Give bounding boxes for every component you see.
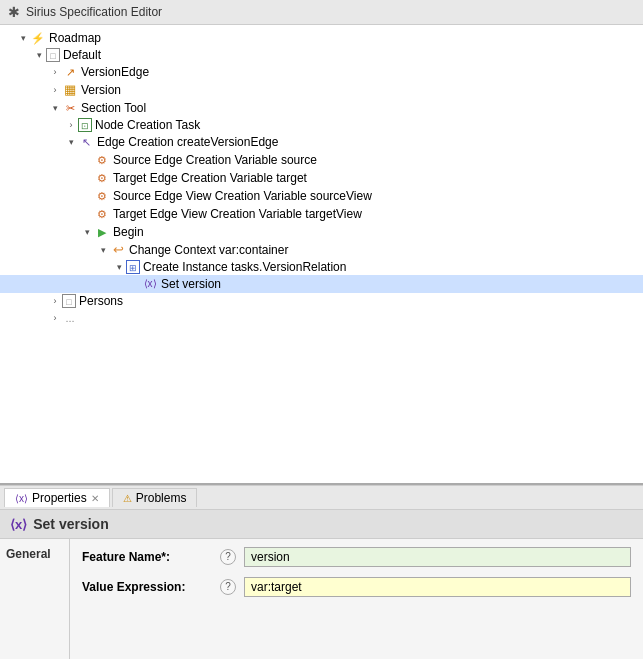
tab-properties[interactable]: ⟨x⟩ Properties ✕ xyxy=(4,488,110,507)
value-expression-label: Value Expression: xyxy=(82,580,212,594)
toggle-version[interactable] xyxy=(48,85,62,95)
tree-label-target-var: Target Edge Creation Variable target xyxy=(113,171,307,185)
source-view-icon: ⚙ xyxy=(94,188,110,204)
tree-label-roadmap: Roadmap xyxy=(49,31,101,45)
changecontext-icon: ↩ xyxy=(110,242,126,258)
tree-item-setversion[interactable]: ⟨x⟩ Set version xyxy=(0,275,643,293)
value-expression-row: Value Expression: ? xyxy=(82,577,631,597)
general-label: General xyxy=(6,547,51,561)
properties-title-text: Set version xyxy=(33,516,108,532)
persons-icon: □ xyxy=(62,294,76,308)
target-var-icon: ⚙ xyxy=(94,170,110,186)
tree-item-roadmap[interactable]: ⚡ Roadmap xyxy=(0,29,643,47)
properties-panel: ⟨x⟩ Properties ✕ ⚠ Problems ⟨x⟩ Set vers… xyxy=(0,485,643,659)
feature-name-label: Feature Name*: xyxy=(82,550,212,564)
versionedge-icon: ↗ xyxy=(62,64,78,80)
begin-icon: ▶ xyxy=(94,224,110,240)
toggle-begin[interactable] xyxy=(80,227,94,237)
feature-name-row: Feature Name*: ? xyxy=(82,547,631,567)
title-bar: ✱ Sirius Specification Editor xyxy=(0,0,643,25)
more-icon: ... xyxy=(62,310,78,326)
nodecreation-icon: ⊡ xyxy=(78,118,92,132)
setversion-icon: ⟨x⟩ xyxy=(142,276,158,292)
toggle-default[interactable] xyxy=(32,50,46,60)
toggle-versionedge[interactable] xyxy=(48,67,62,77)
tab-problems[interactable]: ⚠ Problems xyxy=(112,488,198,507)
tree-label-target-view: Target Edge View Creation Variable targe… xyxy=(113,207,362,221)
tree-item-version[interactable]: ▦ Version xyxy=(0,81,643,99)
problems-tab-icon: ⚠ xyxy=(123,493,132,504)
tree-label-createinstance: Create Instance tasks.VersionRelation xyxy=(143,260,346,274)
toggle-edgecreation[interactable] xyxy=(64,137,78,147)
properties-tab-label: Properties xyxy=(32,491,87,505)
value-expression-help[interactable]: ? xyxy=(220,579,236,595)
tree-item-nodecreation[interactable]: ⊡ Node Creation Task xyxy=(0,117,643,133)
properties-title: ⟨x⟩ Set version xyxy=(0,510,643,539)
tree-label-source-view: Source Edge View Creation Variable sourc… xyxy=(113,189,372,203)
tree-panel: ⚡ Roadmap □ Default ↗ VersionEdge ▦ Vers… xyxy=(0,25,643,485)
default-icon: □ xyxy=(46,48,60,62)
properties-sidebar: General xyxy=(0,539,70,659)
properties-tabs-bar: ⟨x⟩ Properties ✕ ⚠ Problems xyxy=(0,486,643,510)
tree-item-changecontext[interactable]: ↩ Change Context var:container xyxy=(0,241,643,259)
tree-item-sectiontool[interactable]: ✂ Section Tool xyxy=(0,99,643,117)
tree-item-persons[interactable]: □ Persons xyxy=(0,293,643,309)
feature-name-input[interactable] xyxy=(244,547,631,567)
tree-label-version: Version xyxy=(81,83,121,97)
tree-label-persons: Persons xyxy=(79,294,123,308)
tree-item-target-var[interactable]: ⚙ Target Edge Creation Variable target xyxy=(0,169,643,187)
toggle-roadmap[interactable] xyxy=(16,33,30,43)
properties-content: Feature Name*: ? Value Expression: ? xyxy=(70,539,643,659)
tree-item-source-var[interactable]: ⚙ Source Edge Creation Variable source xyxy=(0,151,643,169)
toggle-createinstance[interactable] xyxy=(112,262,126,272)
tree-item-begin[interactable]: ▶ Begin xyxy=(0,223,643,241)
tree-label-versionedge: VersionEdge xyxy=(81,65,149,79)
source-var-icon: ⚙ xyxy=(94,152,110,168)
target-view-icon: ⚙ xyxy=(94,206,110,222)
tree-label-setversion: Set version xyxy=(161,277,221,291)
toggle-nodecreation[interactable] xyxy=(64,120,78,130)
app-title: Sirius Specification Editor xyxy=(26,5,162,19)
tree-item-target-view[interactable]: ⚙ Target Edge View Creation Variable tar… xyxy=(0,205,643,223)
tree-label-begin: Begin xyxy=(113,225,144,239)
tree-item-default[interactable]: □ Default xyxy=(0,47,643,63)
tree-item-edgecreation[interactable]: ↖ Edge Creation createVersionEdge xyxy=(0,133,643,151)
tree-item-createinstance[interactable]: ⊞ Create Instance tasks.VersionRelation xyxy=(0,259,643,275)
toggle-changecontext[interactable] xyxy=(96,245,110,255)
tree-item-versionedge[interactable]: ↗ VersionEdge xyxy=(0,63,643,81)
properties-tab-close[interactable]: ✕ xyxy=(91,493,99,504)
createinstance-icon: ⊞ xyxy=(126,260,140,274)
toggle-sectiontool[interactable] xyxy=(48,103,62,113)
tree-label-source-var: Source Edge Creation Variable source xyxy=(113,153,317,167)
tree-item-source-view[interactable]: ⚙ Source Edge View Creation Variable sou… xyxy=(0,187,643,205)
app-icon: ✱ xyxy=(8,4,20,20)
tree-label-edgecreation: Edge Creation createVersionEdge xyxy=(97,135,278,149)
set-version-title-icon: ⟨x⟩ xyxy=(10,517,27,532)
tree-item-more[interactable]: ... xyxy=(0,309,643,327)
version-icon: ▦ xyxy=(62,82,78,98)
value-expression-input[interactable] xyxy=(244,577,631,597)
feature-name-help[interactable]: ? xyxy=(220,549,236,565)
tree-label-sectiontool: Section Tool xyxy=(81,101,146,115)
tree-label-nodecreation: Node Creation Task xyxy=(95,118,200,132)
properties-body: General Feature Name*: ? Value Expressio… xyxy=(0,539,643,659)
roadmap-icon: ⚡ xyxy=(30,30,46,46)
problems-tab-label: Problems xyxy=(136,491,187,505)
sectiontool-icon: ✂ xyxy=(62,100,78,116)
toggle-persons[interactable] xyxy=(48,296,62,306)
tree-label-changecontext: Change Context var:container xyxy=(129,243,288,257)
toggle-more[interactable] xyxy=(48,313,62,323)
tree-label-default: Default xyxy=(63,48,101,62)
edgecreation-icon: ↖ xyxy=(78,134,94,150)
properties-tab-icon: ⟨x⟩ xyxy=(15,493,28,504)
